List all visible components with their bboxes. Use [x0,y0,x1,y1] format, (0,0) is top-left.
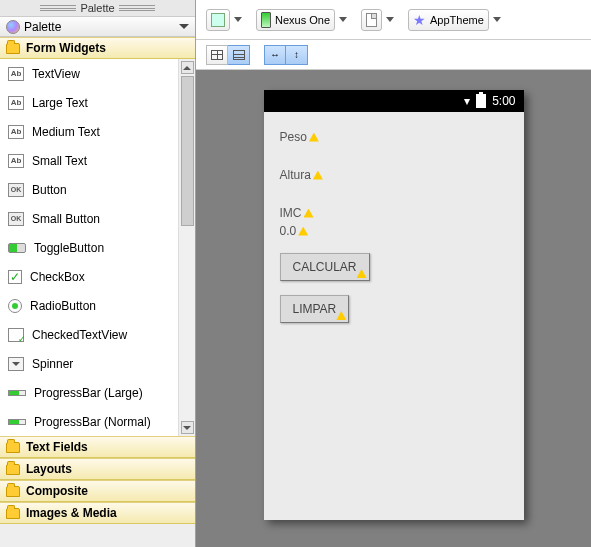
theme-selector[interactable]: ★ AppTheme [408,9,489,31]
palette-logo-icon [6,20,20,34]
palette-titlebar[interactable]: Palette [0,0,195,17]
scroll-up-button[interactable] [181,61,194,74]
canvas[interactable]: ▾ 5:00 Peso Altura IMC 0.0 CALCULAR LIMP… [196,70,591,547]
category-label: Layouts [26,462,72,476]
widget-item-small-button[interactable]: OKSmall Button [0,204,178,233]
widget-item-label: Button [32,183,67,197]
widget-item-label: Small Text [32,154,87,168]
device-label: Nexus One [275,14,330,26]
folder-icon [6,508,20,519]
palette-subhead-label: Palette [24,20,61,34]
category-composite[interactable]: Composite [0,480,195,502]
device-preview[interactable]: ▾ 5:00 Peso Altura IMC 0.0 CALCULAR LIMP… [264,90,524,520]
category-layouts[interactable]: Layouts [0,458,195,480]
toggle-icon [8,243,26,253]
button-ok-icon: OK [8,183,24,197]
layout-config-button[interactable] [206,9,230,31]
widget-item-button[interactable]: OKButton [0,175,178,204]
palette-subhead[interactable]: Palette [0,17,195,37]
expand-vertical-button[interactable]: ↕ [286,45,308,65]
status-time: 5:00 [492,94,515,108]
status-bar: ▾ 5:00 [264,90,524,112]
dropdown-arrow-icon[interactable] [339,17,347,22]
chevron-down-icon[interactable] [179,24,189,29]
button-ok-icon: OK [8,212,24,226]
star-icon: ★ [413,12,426,28]
expand-h-icon: ↔ [270,49,280,60]
label-imc[interactable]: IMC [280,206,508,220]
view-rows-button[interactable] [228,45,250,65]
label-altura[interactable]: Altura [280,168,508,182]
dropdown-arrow-icon[interactable] [386,17,394,22]
widget-item-progressbar-normal[interactable]: ProgressBar (Normal) [0,407,178,436]
folder-icon [6,442,20,453]
widget-item-label: ToggleButton [34,241,104,255]
phone-icon [261,12,271,28]
layout-config-icon [211,13,225,27]
palette-panel: Palette Palette Form Widgets AbTextViewA… [0,0,196,547]
spinner-icon [8,357,24,371]
palette-title: Palette [80,2,114,14]
category-label: Composite [26,484,88,498]
label-peso[interactable]: Peso [280,130,508,144]
warning-icon [298,227,308,236]
config-bar: Nexus One ★ AppTheme [196,0,591,40]
scroll-down-button[interactable] [181,421,194,434]
widget-item-label: Small Button [32,212,100,226]
checkedtext-icon [8,328,24,342]
battery-icon [476,94,486,108]
checkbox-icon: ✓ [8,270,22,284]
theme-label: AppTheme [430,14,484,26]
category-label: Form Widgets [26,41,106,55]
folder-icon [6,486,20,497]
grid-icon [211,50,223,60]
wifi-icon: ▾ [464,94,470,108]
widget-item-label: Medium Text [32,125,100,139]
folder-icon [6,43,20,54]
widget-item-medium-text[interactable]: AbMedium Text [0,117,178,146]
widget-item-radiobutton[interactable]: RadioButton [0,291,178,320]
category-label: Images & Media [26,506,117,520]
dropdown-arrow-icon[interactable] [234,17,242,22]
text-ab-icon: Ab [8,96,24,110]
widget-item-large-text[interactable]: AbLarge Text [0,88,178,117]
category-form-widgets[interactable]: Form Widgets [0,37,195,59]
widget-item-label: RadioButton [30,299,96,313]
widget-item-label: CheckedTextView [32,328,127,342]
widget-item-checkbox[interactable]: ✓CheckBox [0,262,178,291]
label-imc-value[interactable]: 0.0 [280,224,508,238]
text-ab-icon: Ab [8,67,24,81]
expand-horizontal-button[interactable]: ↔ [264,45,286,65]
widget-item-small-text[interactable]: AbSmall Text [0,146,178,175]
widget-item-label: ProgressBar (Normal) [34,415,151,429]
scrollbar-vertical[interactable] [178,59,195,436]
grip-icon [40,5,76,11]
warning-icon [304,209,314,218]
radio-icon [8,299,22,313]
file-config-button[interactable] [361,9,382,31]
warning-icon [336,311,346,320]
dropdown-arrow-icon[interactable] [493,17,501,22]
device-selector[interactable]: Nexus One [256,9,335,31]
scroll-thumb[interactable] [181,76,194,226]
category-text-fields[interactable]: Text Fields [0,436,195,458]
widget-item-textview[interactable]: AbTextView [0,59,178,88]
form-widgets-list: AbTextViewAbLarge TextAbMedium TextAbSma… [0,59,195,436]
widget-item-label: CheckBox [30,270,85,284]
rows-icon [233,50,245,60]
category-label: Text Fields [26,440,88,454]
widget-item-checkedtextview[interactable]: CheckedTextView [0,320,178,349]
widget-item-label: TextView [32,67,80,81]
warning-icon [357,269,367,278]
widget-item-progressbar-large[interactable]: ProgressBar (Large) [0,378,178,407]
view-grid-button[interactable] [206,45,228,65]
warning-icon [313,171,323,180]
grip-icon [119,5,155,11]
limpar-button[interactable]: LIMPAR [280,295,350,323]
widget-item-label: Spinner [32,357,73,371]
text-ab-icon: Ab [8,125,24,139]
widget-item-togglebutton[interactable]: ToggleButton [0,233,178,262]
widget-item-spinner[interactable]: Spinner [0,349,178,378]
category-images-media[interactable]: Images & Media [0,502,195,524]
calcular-button[interactable]: CALCULAR [280,253,370,281]
